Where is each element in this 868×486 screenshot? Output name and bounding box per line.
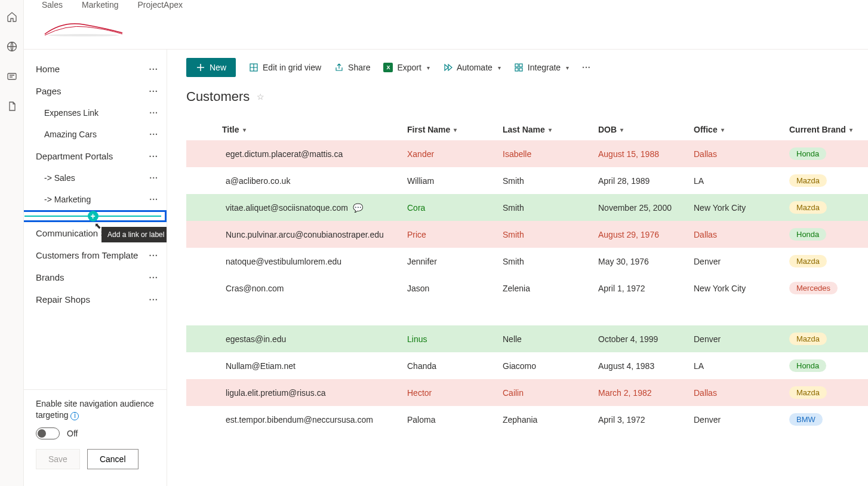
nav-item-label: Customers from Template: [36, 250, 138, 260]
col-brand[interactable]: Current Brand▾: [789, 125, 867, 134]
table-row[interactable]: a@aclibero.co.ukWilliamSmithApril 28, 19…: [186, 167, 868, 194]
nav-insert-zone[interactable]: +⬉Add a link or label to navigation: [30, 210, 161, 222]
files-icon[interactable]: [6, 100, 18, 112]
cell-office: Denver: [694, 334, 789, 344]
nav-item[interactable]: Expenses Link···: [24, 102, 167, 124]
chevron-down-icon: ▾: [454, 127, 457, 133]
cell-brand: Mazda: [789, 201, 867, 214]
nav-item-label: Department Portals: [36, 151, 113, 161]
audience-toggle[interactable]: [36, 427, 60, 439]
page-title: Customers: [186, 89, 250, 104]
comment-icon[interactable]: 💬: [353, 203, 363, 213]
cell-title: ligula.elit.pretium@risus.ca: [222, 388, 407, 398]
favorite-star-icon[interactable]: ☆: [257, 92, 264, 101]
cell-first-name: Cora: [407, 203, 503, 213]
nav-item-menu[interactable]: ···: [149, 272, 158, 282]
automate-button[interactable]: Automate▾: [443, 63, 501, 72]
hub-tab-marketing[interactable]: Marketing: [82, 0, 118, 10]
cell-title: natoque@vestibulumlorem.edu: [222, 257, 407, 266]
cell-last-name: Nelle: [503, 334, 598, 344]
nav-item-menu[interactable]: ···: [149, 151, 158, 161]
cell-title: est.tempor.bibendum@neccursusa.com: [222, 415, 407, 425]
cell-dob: April 28, 1989: [598, 176, 694, 186]
cell-first-name: Chanda: [407, 361, 503, 371]
table-row[interactable]: est.tempor.bibendum@neccursusa.comPaloma…: [186, 406, 868, 433]
info-icon[interactable]: i: [70, 412, 79, 420]
brand-badge: Mercedes: [789, 282, 838, 294]
export-button[interactable]: X Export▾: [383, 63, 429, 72]
col-title[interactable]: Title▾: [222, 125, 407, 134]
cell-title: egestas@in.edu: [222, 334, 407, 344]
nav-item[interactable]: Customers from Template···: [24, 244, 167, 266]
table-row[interactable]: Cras@non.comJasonZeleniaApril 1, 1972New…: [186, 275, 868, 302]
brand-badge: Honda: [789, 147, 826, 160]
nav-item-menu[interactable]: ···: [149, 294, 158, 304]
table-row[interactable]: Nullam@Etiam.netChandaGiacomoAugust 4, 1…: [186, 352, 868, 379]
chevron-down-icon: ▾: [849, 127, 852, 133]
cell-office: Denver: [694, 415, 789, 425]
share-button[interactable]: Share: [334, 63, 370, 72]
table-row[interactable]: [186, 302, 868, 325]
cell-last-name: Smith: [503, 176, 598, 186]
nav-item[interactable]: Amazing Cars···: [24, 124, 167, 145]
chevron-down-icon: ▾: [721, 127, 724, 133]
cell-brand: Honda: [789, 147, 867, 160]
chevron-down-icon: ▾: [243, 127, 246, 133]
nav-item-menu[interactable]: ···: [149, 130, 158, 139]
table-row[interactable]: eget.dictum.placerat@mattis.caXanderIsab…: [186, 140, 868, 167]
site-navigation: Home···Pages···Expenses Link···Amazing C…: [24, 50, 167, 486]
col-firstname[interactable]: First Name▾: [407, 125, 503, 134]
nav-item[interactable]: Department Portals···: [24, 145, 167, 167]
cell-dob: August 15, 1988: [598, 149, 694, 159]
save-button: Save: [36, 449, 80, 469]
nav-item[interactable]: Home···: [24, 58, 167, 80]
nav-item-menu[interactable]: ···: [149, 195, 158, 204]
nav-item-menu[interactable]: ···: [149, 108, 158, 118]
globe-icon[interactable]: [6, 41, 18, 53]
cancel-button[interactable]: Cancel: [87, 449, 138, 469]
nav-item[interactable]: Brands···: [24, 266, 167, 288]
brand-badge: Mazda: [789, 386, 827, 399]
nav-item[interactable]: Pages···: [24, 80, 167, 102]
col-office[interactable]: Office▾: [694, 125, 789, 134]
more-commands[interactable]: ···: [582, 63, 591, 72]
cell-office: Dallas: [694, 149, 789, 159]
brand-badge: BMW: [789, 413, 823, 426]
hub-tab-projectapex[interactable]: ProjectApex: [138, 0, 183, 10]
table-row[interactable]: ligula.elit.pretium@risus.caHectorCailin…: [186, 379, 868, 406]
nav-item[interactable]: -> Marketing···: [24, 189, 167, 210]
cell-dob: April 1, 1972: [598, 284, 694, 293]
hub-tab-sales[interactable]: Sales: [42, 0, 63, 10]
table-row[interactable]: Nunc.pulvinar.arcu@conubianostraper.eduP…: [186, 221, 868, 248]
site-logo[interactable]: [42, 12, 125, 44]
table-row[interactable]: vitae.aliquet@sociisnatoque.com 💬CoraSmi…: [186, 194, 868, 221]
cell-title: Nunc.pulvinar.arcu@conubianostraper.edu: [222, 230, 407, 239]
nav-item-label: Pages: [36, 86, 61, 96]
cell-first-name: Xander: [407, 149, 503, 159]
cell-first-name: Hector: [407, 388, 503, 398]
edit-grid-button[interactable]: Edit in grid view: [249, 63, 321, 72]
new-button[interactable]: New: [186, 58, 236, 77]
nav-item-menu[interactable]: ···: [149, 64, 158, 74]
nav-item-menu[interactable]: ···: [149, 86, 158, 96]
nav-item[interactable]: Repair Shops···: [24, 288, 167, 310]
integrate-button[interactable]: Integrate▾: [514, 63, 569, 72]
col-lastname[interactable]: Last Name▾: [503, 125, 598, 134]
app-rail: [0, 0, 24, 486]
table-row[interactable]: natoque@vestibulumlorem.eduJenniferSmith…: [186, 248, 868, 275]
news-icon[interactable]: [6, 70, 18, 82]
cell-title: Nullam@Etiam.net: [222, 361, 407, 371]
home-icon[interactable]: [6, 11, 18, 23]
nav-item-label: -> Sales: [44, 173, 75, 183]
command-bar: New Edit in grid view Share X Export▾: [186, 58, 868, 77]
table-header: Title▾ First Name▾ Last Name▾ DOB▾ Offic…: [186, 119, 868, 140]
col-dob[interactable]: DOB▾: [598, 125, 694, 134]
cell-last-name: Giacomo: [503, 361, 598, 371]
table-row[interactable]: egestas@in.eduLinusNelleOctober 4, 1999D…: [186, 325, 868, 352]
nav-item-menu[interactable]: ···: [149, 250, 158, 260]
nav-item-menu[interactable]: ···: [149, 173, 158, 183]
chevron-down-icon: ▾: [620, 127, 623, 133]
customers-table: Title▾ First Name▾ Last Name▾ DOB▾ Offic…: [186, 119, 868, 433]
nav-item[interactable]: -> Sales···: [24, 167, 167, 189]
cell-last-name: Smith: [503, 257, 598, 266]
